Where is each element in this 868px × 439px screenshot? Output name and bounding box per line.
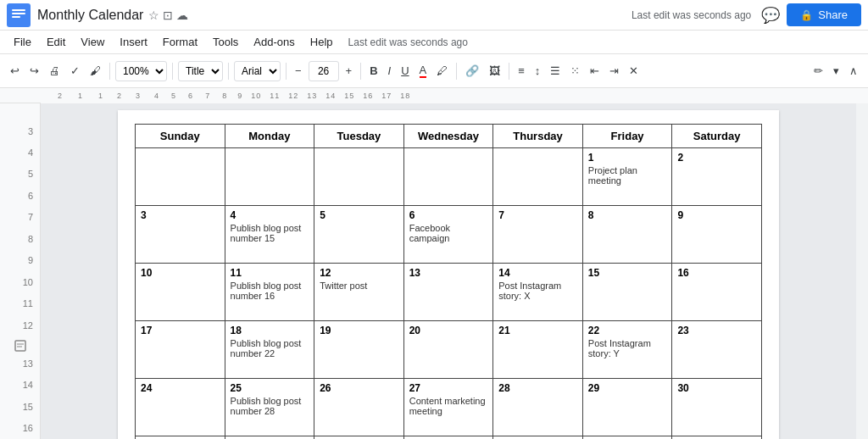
toolbar: ↩ ↪ 🖨 ✓ 🖌 100% Title Arial − + B I U A 🖊… — [0, 54, 868, 88]
app-icon — [7, 3, 31, 27]
menu-view[interactable]: View — [74, 34, 111, 50]
link-button[interactable]: 🔗 — [462, 63, 482, 79]
table-row: 10 11Publish blog post number 16 12Twitt… — [136, 264, 762, 321]
style-select[interactable]: Title — [178, 61, 223, 81]
zoom-select[interactable]: 100% — [115, 61, 167, 81]
doc-area[interactable]: Sunday Monday Tuesday Wednesday Thursday… — [41, 103, 856, 439]
doc-title[interactable]: Monthly Calendar — [37, 8, 143, 23]
header-friday: Friday — [582, 125, 672, 148]
font-size-decrease[interactable]: − — [292, 63, 305, 79]
menu-tools[interactable]: Tools — [206, 34, 245, 50]
cell-11: 11Publish blog post number 16 — [225, 264, 314, 321]
cell-21: 21 — [493, 321, 583, 379]
svg-rect-2 — [12, 13, 25, 14]
line-5: 5 — [0, 164, 40, 185]
table-row: 31 — [136, 436, 762, 440]
sep1 — [109, 63, 110, 80]
table-row: 1Project plan meeting 2 — [136, 148, 762, 206]
left-sidebar: 3 4 5 6 7 8 9 10 11 12 13 14 15 16 — [0, 103, 41, 439]
font-select[interactable]: Arial — [234, 61, 281, 81]
italic-button[interactable]: I — [385, 63, 395, 79]
bullet-list-button[interactable]: ⁙ — [567, 63, 583, 79]
line-16: 16 — [0, 418, 40, 439]
highlight-button[interactable]: 🖊 — [433, 63, 451, 79]
header-monday: Monday — [225, 125, 314, 148]
cell-23: 23 — [672, 321, 762, 379]
comment-button[interactable]: 💬 — [761, 6, 780, 25]
menu-format[interactable]: Format — [156, 34, 204, 50]
menu-file[interactable]: File — [7, 34, 38, 50]
last-edit-menu: Last edit was seconds ago — [348, 36, 468, 48]
cell-20: 20 — [403, 321, 493, 379]
header-wednesday: Wednesday — [403, 125, 493, 148]
edit-mode-button[interactable]: ✏ — [810, 63, 826, 79]
calendar-body: 1Project plan meeting 2 3 4Publish blog … — [136, 148, 762, 440]
cell-30: 30 — [672, 379, 762, 436]
table-row: 24 25Publish blog post number 28 26 27Co… — [136, 379, 762, 436]
indent-increase-button[interactable]: ⇥ — [606, 63, 622, 79]
cell-14: 14Post Instagram story: X — [493, 264, 583, 321]
ruler: 2 1 1 2 3 4 5 6 7 8 9 10 11 12 13 14 15 … — [41, 88, 868, 103]
table-row: 3 4Publish blog post number 15 5 6Facebo… — [136, 206, 762, 264]
list-button[interactable]: ☰ — [547, 63, 564, 79]
cell-26: 26 — [314, 379, 404, 436]
cell-blank — [225, 148, 314, 206]
star-icon[interactable]: ☆ — [148, 8, 159, 22]
top-bar: Monthly Calendar ☆ ⊡ ☁ Last edit was sec… — [0, 0, 868, 31]
clear-formatting-button[interactable]: ✕ — [626, 63, 642, 79]
cell-blank — [136, 148, 225, 206]
cell-blank — [225, 436, 314, 440]
text-color-button[interactable]: A — [416, 62, 431, 80]
menu-edit[interactable]: Edit — [40, 34, 72, 50]
svg-rect-0 — [7, 3, 31, 27]
cell-blank — [403, 436, 493, 440]
cell-8: 8 — [582, 206, 672, 264]
sep4 — [286, 63, 287, 80]
cell-7: 7 — [493, 206, 583, 264]
menu-help[interactable]: Help — [303, 34, 340, 50]
redo-button[interactable]: ↪ — [26, 63, 42, 79]
line-10: 10 — [0, 271, 40, 292]
bold-button[interactable]: B — [366, 63, 381, 79]
line-8: 8 — [0, 228, 40, 249]
align-button[interactable]: ≡ — [515, 63, 528, 79]
menu-insert[interactable]: Insert — [113, 34, 154, 50]
line-9: 9 — [0, 250, 40, 271]
notes-icon[interactable] — [14, 339, 27, 353]
cell-4: 4Publish blog post number 15 — [225, 206, 314, 264]
collapse-button[interactable]: ∧ — [846, 63, 861, 79]
indent-decrease-button[interactable]: ⇤ — [587, 63, 603, 79]
paint-format-button[interactable]: 🖌 — [86, 63, 104, 79]
cell-15: 15 — [582, 264, 672, 321]
view-mode-button[interactable]: ▾ — [830, 63, 843, 79]
cell-6: 6Facebook campaign — [403, 206, 493, 264]
header-tuesday: Tuesday — [314, 125, 404, 148]
cell-10: 10 — [136, 264, 225, 321]
sep2 — [172, 63, 173, 80]
menu-addons[interactable]: Add-ons — [247, 34, 301, 50]
font-size-input[interactable] — [309, 61, 339, 81]
menu-bar: File Edit View Insert Format Tools Add-o… — [0, 31, 868, 54]
line-13: 13 — [0, 353, 40, 374]
line-11: 11 — [0, 292, 40, 314]
line-spacing-button[interactable]: ↕ — [531, 63, 544, 79]
ruler-area: 2 1 1 2 3 4 5 6 7 8 9 10 11 12 13 14 15 … — [0, 88, 868, 103]
cell-13: 13 — [403, 264, 493, 321]
share-button[interactable]: 🔒 Share — [787, 3, 861, 26]
calendar-header-row: Sunday Monday Tuesday Wednesday Thursday… — [136, 125, 762, 148]
folder-icon[interactable]: ⊡ — [163, 8, 173, 22]
cell-blank — [314, 148, 404, 206]
undo-button[interactable]: ↩ — [7, 63, 23, 79]
spellcheck-button[interactable]: ✓ — [67, 63, 83, 79]
image-button[interactable]: 🖼 — [486, 63, 504, 79]
line-3: 3 — [0, 120, 40, 142]
underline-button[interactable]: U — [398, 63, 412, 79]
print-button[interactable]: 🖨 — [46, 63, 64, 79]
cloud-icon[interactable]: ☁ — [176, 8, 188, 22]
font-size-increase[interactable]: + — [342, 63, 356, 79]
cell-blank — [493, 436, 583, 440]
right-scrollbar[interactable] — [856, 103, 868, 439]
lock-icon: 🔒 — [800, 9, 813, 21]
page: Sunday Monday Tuesday Wednesday Thursday… — [118, 110, 779, 439]
sep5 — [360, 63, 361, 80]
